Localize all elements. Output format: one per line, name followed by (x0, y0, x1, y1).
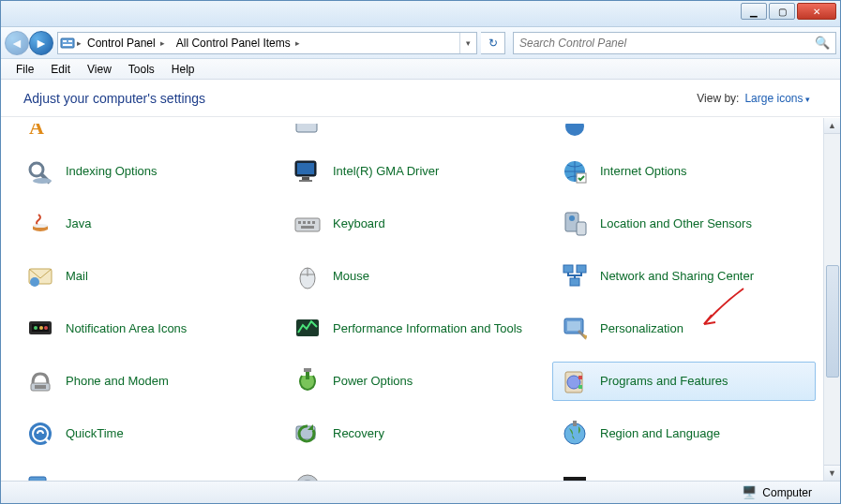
back-button[interactable]: ◄ (5, 31, 29, 55)
item-label: Keyboard (333, 217, 385, 231)
item-label: Indexing Options (66, 165, 158, 179)
item-label: Phone and Modem (66, 375, 169, 389)
svg-rect-49 (578, 385, 582, 389)
search-box[interactable]: 🔍 (513, 32, 836, 54)
minimize-button[interactable]: ▁ (741, 3, 767, 20)
list-item[interactable]: Recovery (285, 414, 548, 453)
mail-icon (24, 260, 56, 292)
close-button[interactable]: ✕ (797, 3, 836, 20)
list-item[interactable] (285, 124, 548, 139)
scroll-down-button[interactable]: ▼ (824, 465, 840, 481)
list-item[interactable]: Indexing Options (18, 152, 281, 191)
item-label: Internet Options (600, 165, 687, 179)
item-label: Region and Language (600, 427, 720, 441)
svg-rect-45 (304, 368, 311, 372)
svg-rect-25 (577, 222, 586, 235)
list-item[interactable]: Network and Sharing Center (552, 257, 816, 296)
network-icon (559, 260, 591, 292)
sound-icon (292, 470, 323, 481)
keyboard-icon (292, 208, 323, 240)
list-item[interactable]: RemoteApp and Desktop Connections (18, 467, 281, 481)
search-input[interactable] (519, 37, 815, 50)
phone-icon (24, 365, 56, 397)
chevron-icon: ▸ (160, 38, 165, 48)
menu-help[interactable]: Help (164, 61, 203, 78)
svg-rect-61 (563, 477, 586, 481)
qt-icon (24, 418, 56, 450)
svg-point-38 (44, 326, 48, 330)
svg-rect-20 (308, 221, 310, 224)
svg-rect-0 (61, 38, 74, 48)
list-item[interactable]: Personalization (552, 309, 816, 348)
list-item[interactable]: Phone and Modem (18, 362, 281, 401)
navigation-bar: ◄ ► ▸ Control Panel ▸ All Control Panel … (1, 27, 840, 59)
control-panel-window: ▁ ▢ ✕ ◄ ► ▸ Control Panel ▸ All Control … (0, 0, 841, 504)
items-grid: Indexing OptionsIntel(R) GMA DriverInter… (18, 152, 816, 481)
forward-button[interactable]: ► (29, 31, 53, 55)
list-item[interactable]: Java (18, 204, 281, 244)
list-item[interactable]: Mouse (285, 257, 548, 296)
list-item[interactable] (552, 124, 816, 139)
list-item[interactable]: A (18, 124, 281, 139)
item-label: RemoteApp and Desktop Connections (66, 480, 273, 481)
list-item[interactable]: Intel(R) GMA Driver (285, 152, 548, 191)
items-panel: A Indexing OptionsIntel(R) GMA DriverInt… (1, 118, 823, 481)
scroll-thumb[interactable] (826, 265, 839, 378)
menu-view[interactable]: View (80, 61, 119, 78)
item-label: SoundMAX AudioESP (600, 480, 720, 481)
svg-point-27 (30, 277, 39, 287)
item-label: Performance Information and Tools (333, 322, 522, 336)
item-label: Mail (66, 270, 88, 284)
list-item[interactable]: Mail (18, 257, 281, 296)
svg-point-7 (30, 163, 43, 176)
maximize-button[interactable]: ▢ (769, 3, 795, 20)
menu-file[interactable]: File (8, 61, 41, 78)
list-item[interactable]: SoundMAX AudioESP (552, 467, 816, 481)
item-label: Network and Sharing Center (600, 270, 754, 284)
svg-rect-17 (295, 218, 320, 231)
perf-icon (292, 313, 323, 345)
list-item[interactable]: Programs and Features (552, 362, 816, 401)
menu-edit[interactable]: Edit (43, 61, 78, 78)
view-by-dropdown[interactable]: Large icons (744, 92, 810, 105)
svg-point-9 (33, 178, 52, 184)
list-item[interactable]: QuickTime (18, 414, 281, 453)
content-area: A Indexing OptionsIntel(R) GMA DriverInt… (1, 117, 840, 481)
svg-rect-56 (29, 477, 46, 481)
soundmax-icon (559, 470, 591, 481)
breadcrumb-dropdown[interactable]: ▾ (459, 33, 476, 53)
svg-point-36 (34, 326, 38, 330)
status-label: Computer (762, 486, 812, 499)
list-item[interactable]: Region and Language (552, 414, 816, 453)
list-item[interactable]: Location and Other Sensors (552, 204, 816, 244)
list-item[interactable]: Internet Options (552, 152, 816, 191)
refresh-button[interactable]: ↻ (481, 32, 505, 54)
list-item[interactable]: Notification Area Icons (18, 309, 281, 348)
scroll-up-button[interactable]: ▲ (824, 118, 840, 134)
svg-rect-41 (567, 321, 580, 331)
item-label: Personalization (600, 322, 683, 336)
vertical-scrollbar[interactable]: ▲ ▼ (823, 118, 840, 481)
item-label: Java (66, 217, 91, 231)
breadcrumb-segment[interactable]: Control Panel ▸ (82, 33, 171, 53)
recovery-icon (292, 418, 323, 450)
menu-tools[interactable]: Tools (121, 61, 162, 78)
menubar: File Edit View Tools Help (1, 59, 840, 80)
breadcrumb-segment[interactable]: All Control Panel Items ▸ (171, 33, 306, 53)
region-icon (559, 418, 591, 450)
svg-rect-21 (312, 221, 315, 224)
view-by-label: View by: (697, 92, 739, 105)
list-item[interactable]: Sound (285, 467, 548, 481)
svg-rect-13 (299, 180, 312, 182)
list-item[interactable]: Performance Information and Tools (285, 309, 548, 348)
list-item[interactable]: Power Options (285, 362, 548, 401)
generic-icon: A (24, 124, 56, 139)
breadcrumb[interactable]: ▸ Control Panel ▸ All Control Panel Item… (57, 32, 477, 54)
item-label: Recovery (333, 427, 384, 441)
titlebar: ▁ ▢ ✕ (1, 1, 840, 27)
breadcrumb-label: Control Panel (87, 37, 156, 50)
svg-rect-2 (68, 40, 72, 42)
list-item[interactable]: Keyboard (285, 204, 548, 244)
item-label: Programs and Features (600, 375, 728, 389)
svg-point-47 (567, 376, 580, 389)
